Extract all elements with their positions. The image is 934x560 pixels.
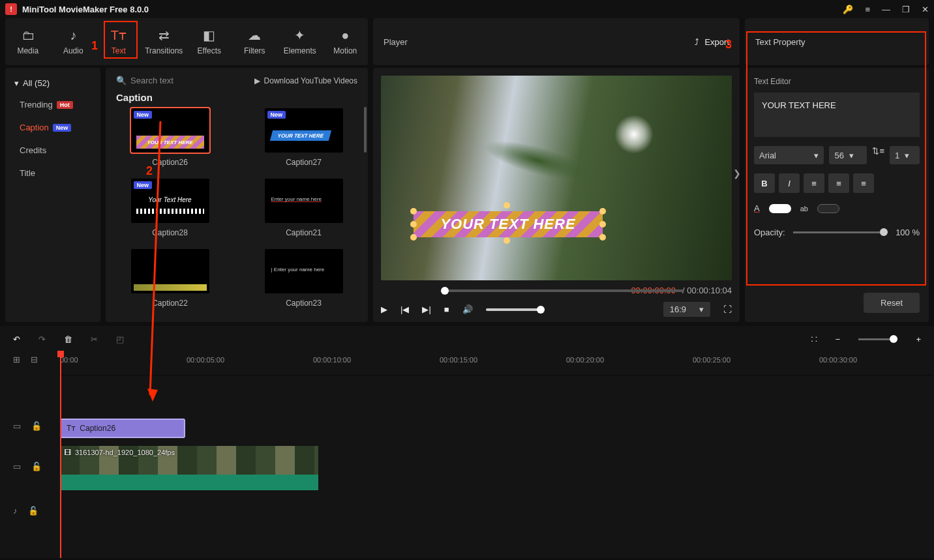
resize-handle[interactable]	[504, 237, 510, 244]
resize-handle[interactable]	[410, 221, 417, 228]
minimize-icon[interactable]: —	[882, 5, 890, 14]
folder-icon: 🗀	[21, 28, 35, 42]
scrollbar[interactable]	[364, 107, 367, 153]
transitions-icon: ⇄	[157, 28, 171, 42]
thumb-caption28[interactable]: NewYour Text Here Caption28	[116, 179, 224, 237]
new-tag: New	[134, 181, 153, 189]
lock-icon[interactable]: 🔓	[31, 421, 42, 431]
export-icon: ⤴	[695, 37, 699, 47]
volume-slider[interactable]	[486, 308, 545, 311]
split-icon[interactable]: ✂	[91, 334, 98, 344]
thumb-caption21[interactable]: Enter your name here Caption21	[250, 179, 357, 237]
filters-icon: ☁	[247, 28, 262, 42]
resize-handle[interactable]	[410, 234, 417, 241]
volume-icon[interactable]: 🔊	[462, 304, 473, 314]
next-frame-icon[interactable]: ▶|	[422, 304, 430, 314]
chevron-down-icon: ▾	[14, 78, 19, 88]
app-title: MiniTool MovieMaker Free 8.0.0	[22, 5, 843, 14]
aspect-ratio-select[interactable]: 16:9▾	[663, 302, 710, 317]
tab-elements[interactable]: ✦Elements	[277, 21, 323, 63]
text-track[interactable]: TᴛCaption26	[60, 415, 934, 446]
category-credits[interactable]: Credits	[5, 139, 100, 162]
tab-media[interactable]: 🗀Media	[5, 21, 51, 63]
video-clip[interactable]: 🎞3161307-hd_1920_1080_24fps	[60, 446, 318, 490]
thumb-caption22[interactable]: Caption22	[116, 249, 224, 308]
resize-handle[interactable]	[504, 202, 510, 209]
zoom-in-icon[interactable]: +	[916, 334, 921, 344]
redo-icon[interactable]: ↷	[38, 334, 46, 344]
tab-effects[interactable]: ◧Effects	[187, 21, 232, 63]
lock-icon[interactable]: 🔓	[28, 506, 38, 516]
text-clip[interactable]: TᴛCaption26	[60, 419, 185, 438]
new-tag: New	[134, 111, 153, 119]
delete-icon[interactable]: 🗑	[64, 334, 72, 344]
hamburger-icon[interactable]: ≡	[865, 5, 870, 14]
maximize-icon[interactable]: ❐	[902, 5, 910, 14]
titlebar: ! MiniTool MovieMaker Free 8.0.0 🔑 ≡ — ❐…	[0, 0, 934, 18]
player-panel: YOUR TEXT HERE 00:00:00:00 / 00:00:10:04…	[373, 68, 740, 322]
app-logo-icon: !	[5, 3, 17, 15]
playhead[interactable]	[60, 352, 61, 558]
new-badge: New	[53, 124, 72, 132]
export-button[interactable]: ⤴ Export	[695, 37, 729, 47]
thumb-caption27[interactable]: NewYOUR TEXT HERE Caption27	[250, 108, 357, 167]
expand-panel-icon[interactable]: ❯	[733, 168, 741, 179]
key-icon[interactable]: 🔑	[843, 5, 853, 14]
hot-badge: Hot	[57, 101, 73, 109]
time-ruler[interactable]: 00:00 00:00:05:00 00:00:10:00 00:00:15:0…	[60, 352, 934, 376]
category-caption[interactable]: CaptionNew	[5, 116, 100, 139]
lock-icon[interactable]: 🔓	[31, 462, 42, 471]
seek-bar[interactable]: 00:00:00:00 / 00:00:10:04	[381, 286, 732, 295]
tab-transitions[interactable]: ⇄Transitions	[142, 21, 187, 63]
category-title[interactable]: Title	[5, 162, 100, 184]
player-title: Player	[384, 37, 408, 47]
youtube-icon: ▶	[254, 76, 260, 85]
collapse-track-icon[interactable]: ⊟	[31, 355, 38, 364]
resize-handle[interactable]	[599, 221, 606, 228]
resize-handle[interactable]	[599, 208, 606, 214]
total-time: 00:00:10:04	[687, 286, 732, 295]
close-icon[interactable]: ✕	[922, 5, 929, 14]
motion-icon: ●	[338, 28, 352, 42]
resize-handle[interactable]	[410, 208, 417, 214]
resize-handle[interactable]	[599, 234, 606, 241]
timeline[interactable]: ⊞⊟ 00:00 00:00:05:00 00:00:10:00 00:00:1…	[0, 352, 934, 558]
music-icon: ♪	[66, 28, 80, 42]
zoom-out-icon[interactable]: −	[836, 334, 841, 344]
caption-overlay[interactable]: YOUR TEXT HERE	[414, 211, 603, 237]
fullscreen-icon[interactable]: ⛶	[723, 304, 732, 314]
play-icon[interactable]: ▶	[381, 304, 387, 314]
seek-handle[interactable]	[441, 287, 449, 295]
video-track-icon: ▭	[13, 462, 21, 471]
text-gallery: 🔍Search text ▶Download YouTube Videos Ca…	[106, 68, 368, 322]
stop-icon[interactable]: ■	[444, 304, 449, 314]
prev-frame-icon[interactable]: |◀	[400, 304, 409, 314]
add-track-icon[interactable]: ⊞	[13, 355, 20, 364]
text-icon: Tᴛ	[67, 424, 76, 433]
tab-audio[interactable]: ♪Audio	[51, 21, 97, 63]
annotation-box-3	[746, 31, 926, 286]
category-trending[interactable]: TrendingHot	[5, 93, 100, 116]
new-tag: New	[267, 111, 286, 119]
category-all[interactable]: ▾All (52)	[5, 73, 100, 93]
video-preview[interactable]: YOUR TEXT HERE	[381, 76, 732, 280]
annotation-1: 1	[91, 39, 98, 53]
undo-icon[interactable]: ↶	[13, 334, 20, 344]
gallery-section-title: Caption	[116, 92, 357, 103]
audio-track-icon: ♪	[13, 506, 18, 516]
crop-icon[interactable]: ◰	[116, 334, 124, 344]
tab-filters[interactable]: ☁Filters	[232, 21, 278, 63]
annotation-3: 3	[725, 38, 732, 52]
chevron-down-icon: ▾	[699, 304, 704, 314]
thumb-caption23[interactable]: | Enter your name here Caption23	[250, 249, 357, 308]
magnet-icon[interactable]: ⸬	[811, 334, 817, 344]
reset-button[interactable]: Reset	[864, 293, 920, 313]
tab-motion[interactable]: ●Motion	[323, 21, 369, 63]
download-youtube-button[interactable]: ▶Download YouTube Videos	[254, 76, 357, 85]
search-input[interactable]: 🔍Search text	[116, 76, 249, 85]
zoom-slider[interactable]	[858, 338, 897, 340]
effects-icon: ◧	[202, 28, 217, 42]
video-track[interactable]: 🎞3161307-hd_1920_1080_24fps	[60, 442, 934, 473]
thumb-caption26[interactable]: NewYOUR TEXT HERE Caption26	[116, 108, 224, 167]
tool-tabs: 🗀Media ♪Audio TᴛText ⇄Transitions ◧Effec…	[5, 18, 368, 65]
